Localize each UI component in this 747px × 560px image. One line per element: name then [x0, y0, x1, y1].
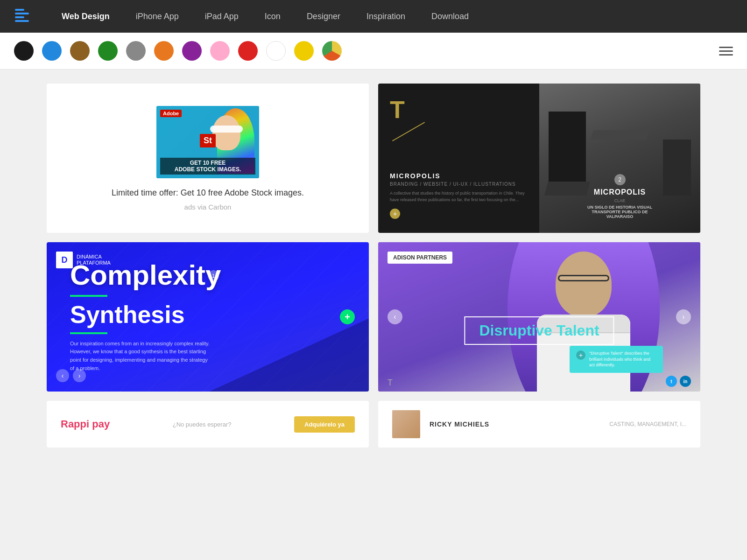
micropolis-left-panel: T MICROPOLIS BRANDING / WEBSITE / UI-UX …	[378, 84, 539, 233]
color-filter-pink[interactable]	[210, 41, 230, 61]
color-filter-orange[interactable]	[154, 41, 174, 61]
complexity-card: D DINÁMICAPLATAFORMA 1 Complexity Synthe…	[47, 242, 369, 392]
nav-link-icon[interactable]: Icon	[252, 0, 294, 33]
adison-social-icons: t in	[666, 376, 691, 387]
micropolis-letter: T	[390, 98, 528, 141]
micropolis-num-badge: 2	[614, 174, 626, 185]
complexity-logo-text: DINÁMICAPLATAFORMA	[77, 254, 111, 266]
nav-item-download[interactable]: Download	[418, 0, 482, 33]
micropolis-subtitle: BRANDING / WEBSITE / UI-UX / ILLUSTRATIO…	[390, 182, 528, 187]
micropolis-overlay-sub: CLAE	[544, 198, 696, 203]
svg-rect-2	[15, 16, 24, 18]
complexity-nav-prev[interactable]: ‹	[56, 369, 69, 382]
ricky-photo	[392, 410, 420, 438]
adison-popup: + "Disruptive Talent" describes the bril…	[570, 346, 663, 373]
micropolis-title: MICROPOLIS	[390, 172, 528, 180]
adison-t-mark: T	[388, 378, 393, 388]
svg-rect-3	[15, 20, 29, 22]
micropolis-overlay-text: 2 MICROPOLIS CLAE UN SIGLO DE HISTORIA V…	[544, 174, 696, 219]
ad-source: ads via Carbon	[184, 203, 232, 211]
complexity-nav: ‹ ›	[56, 369, 86, 382]
nav-link-inspiration[interactable]: Inspiration	[353, 0, 418, 33]
color-filter-yellow[interactable]	[294, 41, 314, 61]
ad-adobe-badge: Adobe	[160, 110, 182, 117]
nav-link-designer[interactable]: Designer	[294, 0, 353, 33]
nav-link-web-design[interactable]: Web Design	[49, 0, 123, 33]
svg-rect-0	[15, 9, 24, 11]
color-filter-brown[interactable]	[70, 41, 90, 61]
hamburger-menu[interactable]	[719, 47, 733, 56]
hamburger-line-3	[719, 54, 733, 56]
color-filter-purple[interactable]	[182, 41, 202, 61]
ad-text-overlay: GET 10 FREEADOBE STOCK IMAGES.	[160, 158, 255, 175]
nav-item-designer[interactable]: Designer	[294, 0, 353, 33]
rappi-logo: Rappi pay	[61, 418, 110, 430]
adison-nav-prev[interactable]: ‹	[388, 309, 402, 324]
ricky-subtitle: CASTING, MANAGEMENT, I...	[609, 421, 686, 427]
rappi-center-text: ¿No puedes esperar?	[173, 421, 232, 428]
rappi-action-button[interactable]: Adquiérelo ya	[294, 416, 355, 433]
nav-link-download[interactable]: Download	[418, 0, 482, 33]
ad-image: Adobe St GET 10 FREEADOBE STOCK IMAGES.	[156, 106, 259, 178]
main-grid: Adobe St GET 10 FREEADOBE STOCK IMAGES. …	[0, 70, 747, 462]
complexity-logo: D DINÁMICAPLATAFORMA	[56, 252, 111, 268]
nav-item-ipad-app[interactable]: iPad App	[192, 0, 252, 33]
ad-title: Limited time offer: Get 10 free Adobe St…	[112, 187, 304, 199]
nav-item-icon[interactable]: Icon	[252, 0, 294, 33]
micropolis-info: MICROPOLIS BRANDING / WEBSITE / UI-UX / …	[390, 163, 528, 219]
hamburger-line-1	[719, 47, 733, 48]
color-filter-green[interactable]	[98, 41, 118, 61]
twitter-icon[interactable]: t	[666, 376, 677, 387]
complexity-logo-box: D	[56, 252, 73, 268]
adison-card: ADISON PARTNERS ‹ › Disruptive Talent + …	[378, 242, 700, 392]
ricky-info: RICKY MICHIELS	[430, 420, 489, 428]
ricky-name: RICKY MICHIELS	[430, 420, 489, 428]
ad-image-inner: Adobe St GET 10 FREEADOBE STOCK IMAGES.	[156, 106, 259, 178]
color-filter-blue[interactable]	[42, 41, 62, 61]
adison-title-text: Disruptive Talent	[479, 322, 599, 339]
adison-title-box: Disruptive Talent	[464, 316, 614, 345]
navbar: Web Design iPhone App iPad App Icon Desi…	[0, 0, 747, 33]
micropolis-plus-btn[interactable]: +	[390, 209, 400, 219]
rappi-card: Rappi pay ¿No puedes esperar? Adquiérelo…	[47, 401, 369, 448]
color-filter-red[interactable]	[238, 41, 258, 61]
ricky-card: RICKY MICHIELS CASTING, MANAGEMENT, I...	[378, 401, 700, 448]
complexity-nav-next[interactable]: ›	[73, 369, 86, 382]
nav-links: Web Design iPhone App iPad App Icon Desi…	[49, 0, 733, 33]
nav-link-ipad-app[interactable]: iPad App	[192, 0, 252, 33]
svg-rect-1	[15, 13, 29, 14]
linkedin-icon[interactable]: in	[680, 376, 691, 387]
nav-logo[interactable]	[14, 6, 35, 27]
micropolis-divider	[392, 122, 425, 141]
micropolis-right-panel: 2 MICROPOLIS CLAE UN SIGLO DE HISTORIA V…	[539, 84, 700, 233]
adison-popup-icon: +	[576, 350, 585, 360]
hamburger-line-2	[719, 50, 733, 52]
color-filter-white[interactable]	[266, 41, 286, 61]
color-filter-multi[interactable]	[322, 41, 342, 61]
adison-nav-next[interactable]: ›	[676, 309, 691, 324]
color-filter-black[interactable]	[14, 41, 34, 61]
adison-logo: ADISON PARTNERS	[388, 252, 452, 264]
nav-item-web-design[interactable]: Web Design	[49, 0, 123, 33]
micropolis-right-img: 2 MICROPOLIS CLAE UN SIGLO DE HISTORIA V…	[539, 84, 700, 233]
micropolis-overlay-title: MICROPOLIS	[544, 188, 696, 196]
color-filter-gray[interactable]	[126, 41, 146, 61]
ad-card: Adobe St GET 10 FREEADOBE STOCK IMAGES. …	[47, 84, 369, 233]
adison-popup-text: "Disruptive Talent" describes the brilli…	[589, 350, 656, 368]
nav-link-iphone-app[interactable]: iPhone App	[123, 0, 192, 33]
color-filter-bar	[0, 33, 747, 70]
micropolis-desc: A collective that studies the history of…	[390, 190, 528, 203]
nav-item-inspiration[interactable]: Inspiration	[353, 0, 418, 33]
complexity-plus-btn[interactable]: +	[340, 309, 355, 324]
nav-item-iphone-app[interactable]: iPhone App	[123, 0, 192, 33]
micropolis-tagline: UN SIGLO DE HISTORIA VISUALTRANSPORTE PU…	[544, 205, 696, 219]
ad-st-badge: St	[200, 134, 216, 147]
micropolis-card: T MICROPOLIS BRANDING / WEBSITE / UI-UX …	[378, 84, 700, 233]
complexity-num-badge: 1	[208, 270, 219, 281]
